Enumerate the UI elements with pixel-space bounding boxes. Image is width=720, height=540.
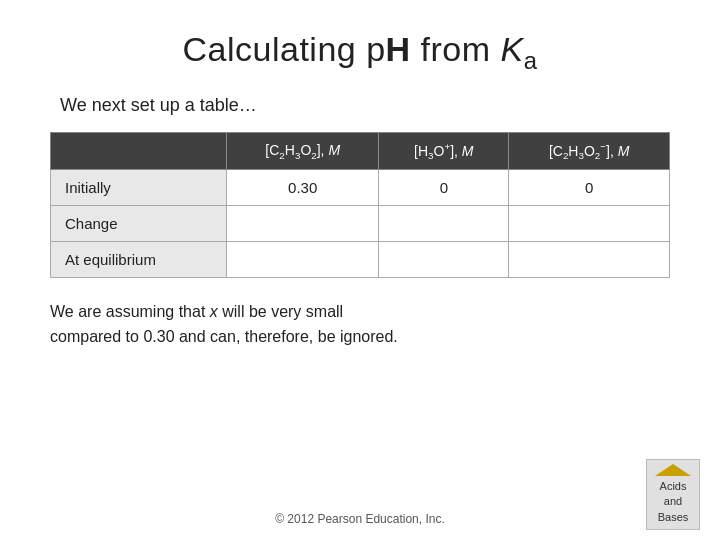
page: Calculating pH from Ka We next set up a … bbox=[0, 0, 720, 540]
logo-line2: and bbox=[664, 495, 682, 507]
cell-change-c2h3o2 bbox=[227, 206, 379, 242]
col-header-c2h3o2-neg: [C2H3O2−], M bbox=[509, 132, 670, 169]
table-container: [C2H3O2], M [H3O+], M [C2H3O2−], M Initi… bbox=[50, 132, 670, 278]
page-title: Calculating pH from Ka bbox=[40, 30, 680, 75]
copyright-text: © 2012 Pearson Education, Inc. bbox=[275, 512, 445, 526]
logo-badge: Acids and Bases bbox=[646, 459, 700, 530]
table-row: Initially 0.30 0 0 bbox=[51, 170, 670, 206]
cell-change-c2h3o2-neg bbox=[509, 206, 670, 242]
table-row: Change bbox=[51, 206, 670, 242]
row-label-change: Change bbox=[51, 206, 227, 242]
cell-initially-h3o: 0 bbox=[379, 170, 509, 206]
col-header-label bbox=[51, 132, 227, 169]
row-label-equilibrium: At equilibrium bbox=[51, 242, 227, 278]
table-header-row: [C2H3O2], M [H3O+], M [C2H3O2−], M bbox=[51, 132, 670, 169]
cell-initially-c2h3o2: 0.30 bbox=[227, 170, 379, 206]
cell-initially-c2h3o2-neg: 0 bbox=[509, 170, 670, 206]
col-header-h3o: [H3O+], M bbox=[379, 132, 509, 169]
cell-equil-c2h3o2 bbox=[227, 242, 379, 278]
row-label-initially: Initially bbox=[51, 170, 227, 206]
table-row: At equilibrium bbox=[51, 242, 670, 278]
cell-change-h3o bbox=[379, 206, 509, 242]
cell-equil-c2h3o2-neg bbox=[509, 242, 670, 278]
subtitle-text: We next set up a table… bbox=[60, 95, 680, 116]
ice-table: [C2H3O2], M [H3O+], M [C2H3O2−], M Initi… bbox=[50, 132, 670, 278]
footer: © 2012 Pearson Education, Inc. bbox=[0, 512, 720, 526]
logo-line3: Bases bbox=[658, 511, 689, 523]
assumption-note: We are assuming that x will be very smal… bbox=[50, 300, 680, 350]
cell-equil-h3o bbox=[379, 242, 509, 278]
logo-line1: Acids bbox=[660, 480, 687, 492]
col-header-c2h3o2: [C2H3O2], M bbox=[227, 132, 379, 169]
